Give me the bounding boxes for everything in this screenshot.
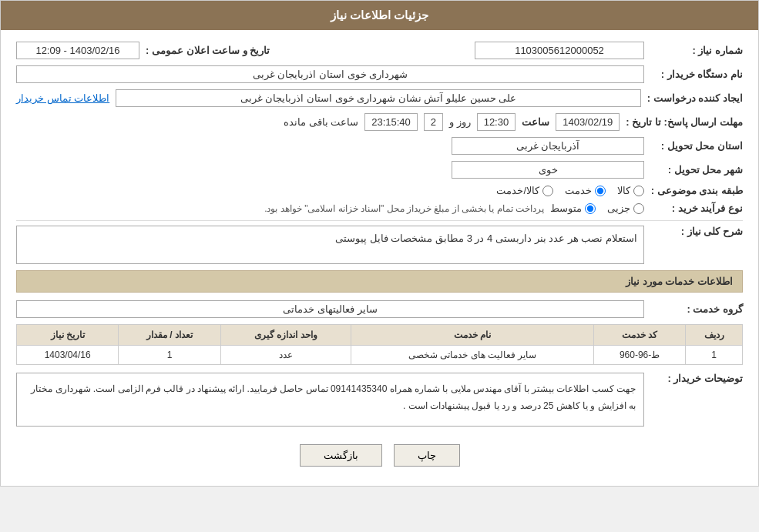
services-table: ردیف کد خدمت نام خدمت واحد اندازه گیری ت…: [16, 324, 743, 365]
process-radio-motavasset[interactable]: [585, 203, 596, 214]
bottom-buttons: چاپ بازگشت: [16, 433, 743, 474]
cell-code: ط-96-960: [593, 346, 685, 365]
deadline-time-label: ساعت: [522, 116, 549, 128]
process-label-motavasset: متوسط: [550, 202, 582, 214]
city-label: شهر محل تحویل :: [650, 164, 743, 176]
deadline-days-label: روز و: [449, 116, 471, 128]
buyer-org-row: نام دستگاه خریدار : شهرداری خوی استان اذ…: [16, 65, 743, 83]
cell-name: سایر فعالیت های خدماتی شخصی: [351, 346, 594, 365]
description-label: شرح کلی نیاز :: [650, 226, 743, 237]
process-label: نوع فرآیند خرید :: [650, 202, 743, 214]
deadline-days: 2: [424, 113, 443, 131]
process-radio-jozi[interactable]: [633, 203, 644, 214]
announce-label: تاریخ و ساعت اعلان عمومی :: [146, 45, 270, 56]
description-value: استعلام نصب هر عدد بنر داربستی 4 در 3 مط…: [16, 226, 644, 264]
province-value: آذربایجان غربی: [452, 137, 644, 155]
need-number-value: 1103005612000052: [475, 42, 644, 59]
cell-unit: عدد: [220, 346, 351, 365]
buyer-notes-row: توضیحات خریدار : جهت کسب اطلاعات بیشتر ب…: [16, 373, 743, 427]
back-button[interactable]: بازگشت: [300, 444, 382, 467]
service-group-value: سایر فعالیتهای خدماتی: [16, 300, 644, 318]
service-group-row: گروه خدمت : سایر فعالیتهای خدماتی: [16, 300, 743, 318]
deadline-time: 12:30: [477, 113, 516, 131]
buyer-notes-text: جهت کسب اطلاعات بیشتر با آقای مهندس ملای…: [16, 373, 644, 427]
col-header-name: نام خدمت: [351, 325, 594, 346]
province-row: استان محل تحویل : آذربایجان غربی: [16, 137, 743, 155]
category-option-kala[interactable]: کالا: [617, 185, 644, 196]
description-row: شرح کلی نیاز : استعلام نصب هر عدد بنر دا…: [16, 226, 743, 264]
cell-row: 1: [686, 346, 743, 365]
announce-value: 1403/02/16 - 12:09: [16, 42, 139, 59]
process-option-jozi[interactable]: جزیی: [607, 202, 644, 214]
deadline-label: مهلت ارسال پاسخ: تا تاریخ :: [626, 116, 743, 128]
process-option-motavasset[interactable]: متوسط: [550, 202, 596, 214]
process-row: نوع فرآیند خرید : جزیی متوسط پرداخت تمام…: [16, 202, 743, 214]
buyer-org-value: شهرداری خوی استان اذربایجان غربی: [16, 65, 644, 83]
category-label-kala: کالا: [617, 185, 630, 196]
page-title: جزئیات اطلاعات نیاز: [331, 8, 428, 22]
city-value: خوی: [452, 161, 644, 179]
col-header-row: ردیف: [686, 325, 743, 346]
cell-date: 1403/04/16: [17, 346, 119, 365]
need-number-row: شماره نیاز : 1103005612000052 تاریخ و سا…: [16, 42, 743, 59]
creator-row: ایجاد کننده درخواست : علی حسین علیلو آتش…: [16, 89, 743, 107]
category-radio-group: کالا خدمت کالا/خدمت: [496, 185, 644, 196]
category-label-kala-khedmat: کالا/خدمت: [496, 185, 539, 196]
category-radio-kala-khedmat[interactable]: [542, 186, 553, 196]
creator-value: علی حسین علیلو آتش نشان شهرداری خوی استا…: [116, 89, 641, 107]
cell-quantity: 1: [119, 346, 220, 365]
service-group-label: گروه خدمت :: [650, 303, 743, 315]
buyer-notes-label: توضیحات خریدار :: [650, 373, 743, 384]
page-header: جزئیات اطلاعات نیاز: [1, 1, 758, 30]
col-header-qty: تعداد / مقدار: [119, 325, 220, 346]
category-label-khedmat: خدمت: [565, 185, 592, 196]
buyer-org-label: نام دستگاه خریدار :: [650, 69, 743, 80]
category-label: طبقه بندی موضوعی :: [650, 185, 743, 196]
contact-link[interactable]: اطلاعات تماس خریدار: [16, 92, 109, 104]
deadline-remaining: 23:15:40: [364, 113, 418, 131]
table-row: 1 ط-96-960 سایر فعالیت های خدماتی شخصی ع…: [17, 346, 743, 365]
province-label: استان محل تحویل :: [650, 140, 743, 152]
category-radio-kala[interactable]: [633, 186, 644, 196]
need-number-label: شماره نیاز :: [650, 45, 743, 56]
category-row: طبقه بندی موضوعی : کالا خدمت کالا/خدمت: [16, 185, 743, 196]
col-header-date: تاریخ نیاز: [17, 325, 119, 346]
deadline-date: 1403/02/19: [556, 113, 620, 131]
category-option-kala-khedmat[interactable]: کالا/خدمت: [496, 185, 553, 196]
col-header-code: کد خدمت: [593, 325, 685, 346]
deadline-unit: ساعت باقی مانده: [284, 116, 358, 128]
col-header-unit: واحد اندازه گیری: [220, 325, 351, 346]
service-info-header: اطلاعات خدمات مورد نیاز: [16, 270, 743, 293]
process-radio-group: جزیی متوسط: [550, 202, 644, 214]
print-button[interactable]: چاپ: [394, 444, 460, 467]
deadline-row: مهلت ارسال پاسخ: تا تاریخ : 1403/02/19 س…: [16, 113, 743, 131]
category-option-khedmat[interactable]: خدمت: [565, 185, 606, 196]
city-row: شهر محل تحویل : خوی: [16, 161, 743, 179]
creator-label: ایجاد کننده درخواست :: [647, 92, 743, 104]
process-label-jozi: جزیی: [607, 202, 630, 214]
category-radio-khedmat[interactable]: [595, 186, 606, 196]
process-note: پرداخت تمام یا بخشی از مبلغ خریداز محل "…: [264, 203, 544, 214]
